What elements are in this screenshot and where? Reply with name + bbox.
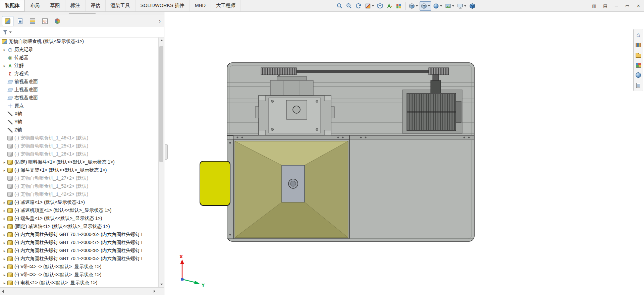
tab-displaymanager[interactable] [52, 16, 63, 26]
tree-item-motor[interactable]: (-) 电机<1> (默认<<默认>_显示状态 1>) [0, 279, 164, 287]
zoom-to-area-icon[interactable] [345, 1, 354, 11]
expand-arrow-icon[interactable] [2, 158, 7, 166]
tree-item-component-25[interactable]: (-) 宠物自动喂食机_1_25<1> (默认) [0, 142, 164, 150]
scrollbar-thumb[interactable] [159, 46, 163, 162]
expand-arrow-icon[interactable] [2, 271, 7, 279]
tree-item-y-axis[interactable]: Y轴 [0, 118, 164, 126]
expand-arrow-icon[interactable] [2, 231, 7, 239]
tree-item-hopper-bracket[interactable]: (-) 漏斗支架<1> (默认<<默认>_显示状态 1>) [0, 166, 164, 174]
tab-mbd[interactable]: MBD [190, 0, 211, 11]
tree-item-component-46[interactable]: (-) 宠物自动喂食机_1_46<1> (默认) [0, 134, 164, 142]
tree-item-screw-8[interactable]: (-) 内六角圆柱头螺钉 GBT 70.1-2000<8> (内六角圆柱头螺钉 … [0, 247, 164, 255]
zoom-to-fit-icon[interactable] [335, 1, 344, 11]
panel-resize-grip[interactable] [165, 144, 168, 160]
tree-item-component-52[interactable]: (-) 宠物自动喂食机_1_52<2> (默认) [0, 182, 164, 190]
tree-item-history[interactable]: 历史记录 [0, 46, 164, 54]
toggle-left-pane-icon[interactable]: ▥ [589, 0, 600, 12]
view-orientation-icon[interactable] [420, 1, 431, 11]
machine-assembly[interactable] [200, 63, 474, 241]
minimize-icon[interactable]: ─ [611, 0, 622, 12]
tree-item-screw-5[interactable]: (-) 内六角圆柱头螺钉 GBT 70.1-2000<5> (内六角圆柱头螺钉 … [0, 255, 164, 263]
tab-dagongchengshi[interactable]: 大工程师 [211, 0, 241, 11]
design-library-icon[interactable] [634, 41, 643, 49]
filter-button[interactable] [3, 30, 12, 35]
tree-item-screw-6[interactable]: (-) 内六角圆柱头螺钉 GBT 70.1-2000<6> (内六角圆柱头螺钉 … [0, 231, 164, 239]
tree-item-sensors[interactable]: 传感器 [0, 54, 164, 62]
tab-markup[interactable]: 标注 [65, 0, 86, 11]
previous-view-icon[interactable] [354, 1, 363, 11]
tree-item-right-plane[interactable]: 右视基准面 [0, 94, 164, 102]
horizontal-scrollbar[interactable] [0, 287, 164, 295]
tree-item-top-plane[interactable]: 上视基准面 [0, 86, 164, 94]
tree-item-vbelt-4[interactable]: (-) V带<4> -> (默认<<默认>_显示状态 1>) [0, 263, 164, 271]
tree-item-front-plane[interactable]: 前视基准面 [0, 78, 164, 86]
tab-render-tools[interactable]: 渲染工具 [106, 0, 136, 11]
edit-appearance-icon[interactable] [432, 1, 443, 11]
expand-arrow-icon[interactable] [2, 279, 7, 287]
file-explorer-icon[interactable] [634, 51, 643, 59]
expand-arrow-icon[interactable] [2, 255, 7, 263]
dropdown-caret-icon[interactable] [416, 5, 418, 7]
tree-item-vbelt-3[interactable]: (-) V带<3> -> (默认<<默认>_显示状态 1>) [0, 271, 164, 279]
custom-properties-icon[interactable] [634, 81, 643, 90]
tree-item-feed-hopper[interactable]: (固定) 喂料漏斗<1> (默认<<默认>_显示状态 1>) [0, 158, 164, 166]
vertical-scrollbar[interactable] [158, 38, 164, 287]
splitter-grip[interactable] [69, 13, 96, 14]
expand-arrow-icon[interactable] [2, 263, 7, 271]
expand-arrow-icon[interactable] [2, 239, 7, 247]
appearance-pattern-icon[interactable] [394, 1, 403, 11]
tree-item-annotations[interactable]: 注解 [0, 62, 164, 70]
tab-evaluate[interactable]: 评估 [86, 0, 106, 11]
tree-item-component-42[interactable]: (-) 宠物自动喂食机_1_42<2> (默认) [0, 190, 164, 198]
tree-item-component-27[interactable]: (-) 宠物自动喂食机_1_27<2> (默认) [0, 174, 164, 182]
expand-arrow-icon[interactable] [2, 166, 7, 174]
panel-splitter[interactable] [0, 12, 164, 15]
dropdown-caret-icon[interactable] [452, 5, 454, 7]
tab-configurationmanager[interactable] [27, 16, 38, 26]
dropdown-caret-icon[interactable] [464, 5, 466, 7]
tab-propertymanager[interactable] [14, 16, 26, 26]
tab-dimxpertmanager[interactable] [39, 16, 51, 26]
realview-icon[interactable] [468, 1, 477, 11]
tab-sketch[interactable]: 草图 [45, 0, 65, 11]
dropdown-caret-icon[interactable] [440, 5, 442, 7]
yellow-dispenser[interactable] [200, 161, 230, 205]
restore-icon[interactable]: ▭ [622, 0, 633, 12]
expand-arrow-icon[interactable] [2, 247, 7, 255]
view-palette-icon[interactable] [634, 61, 643, 69]
tab-layout[interactable]: 布局 [25, 0, 45, 11]
tree-item-gearbox-cover[interactable]: (-) 减速机顶盖<1> (默认<<默认>_显示状态 1>) [0, 206, 164, 215]
tree-item-component-26[interactable]: (-) 宠物自动喂食机_1_26<1> (默认) [0, 150, 164, 158]
solidworks-resources-icon[interactable] [634, 31, 643, 39]
scroll-up-icon[interactable] [159, 38, 164, 43]
dropdown-caret-icon[interactable] [372, 5, 374, 7]
display-style-icon[interactable] [408, 1, 419, 11]
tree-item-equations[interactable]: 方程式 [0, 70, 164, 78]
right-pulley[interactable] [429, 68, 449, 75]
tab-solidworks-addins[interactable]: SOLIDWORKS 插件 [136, 0, 190, 11]
viewport-canvas[interactable]: X Y [165, 12, 634, 295]
expand-arrow-icon[interactable] [2, 206, 7, 215]
tab-assembly[interactable]: 装配体 [0, 0, 25, 11]
tree-item-x-axis[interactable]: X轴 [0, 110, 164, 118]
tree-item-gearbox[interactable]: (-) 减速箱<1> (默认<显示状态-1>) [0, 198, 164, 206]
annotation-view-icon[interactable] [385, 1, 394, 11]
expand-arrow-icon[interactable] [2, 198, 7, 206]
view-settings-icon[interactable] [456, 1, 467, 11]
tree-item-reduction-shaft[interactable]: (固定) 减速轴<1> (默认<<默认>_显示状态 1>) [0, 223, 164, 231]
section-view-icon[interactable] [364, 1, 375, 11]
tab-featuremanager-tree[interactable] [2, 16, 13, 26]
scroll-left-icon[interactable] [0, 288, 7, 295]
hopper-funnel[interactable] [235, 141, 348, 238]
left-pulley[interactable] [261, 68, 297, 75]
tree-item-z-axis[interactable]: Z轴 [0, 126, 164, 134]
tree-item-end-cap[interactable]: (-) 端头盖<1> (默认<<默认>_显示状态 1>) [0, 215, 164, 223]
scroll-right-icon[interactable] [151, 288, 158, 295]
appearances-scenes-icon[interactable] [634, 71, 643, 79]
expand-arrow-icon[interactable] [2, 46, 7, 54]
3d-drawing-view-icon[interactable] [376, 1, 384, 11]
dropdown-caret-icon[interactable] [428, 5, 430, 7]
close-icon[interactable]: × [633, 0, 644, 12]
expand-arrow-icon[interactable] [2, 62, 7, 70]
expand-arrow-icon[interactable] [2, 215, 7, 223]
